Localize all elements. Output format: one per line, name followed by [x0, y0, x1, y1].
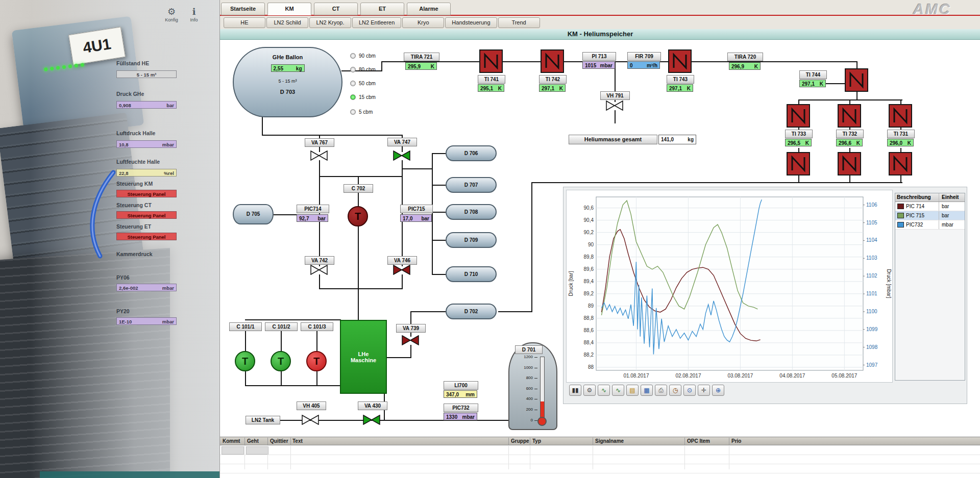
legend-header: Beschreibung Einheit [895, 193, 965, 202]
zoom-in-button[interactable]: ⊕ [712, 385, 724, 396]
legend-row-pic732[interactable]: PIC732mbar [895, 220, 965, 230]
volume-option-15-cbm[interactable]: 15 cbm [350, 94, 376, 100]
subtab-ln2-schild[interactable]: LN2 Schild [266, 17, 308, 28]
volume-option-90-cbm[interactable]: 90 cbm [350, 53, 376, 59]
alarm-cell[interactable] [246, 446, 268, 455]
hmi-main: StartseiteKMCTETAlarme HELN2 SchildLN2 K… [219, 0, 980, 478]
value-text: 297,1 [669, 85, 682, 91]
legend-row-pic-715[interactable]: PIC 715bar [895, 211, 965, 220]
info-button[interactable]: ℹ Info [184, 6, 204, 30]
valve-va767-icon[interactable] [310, 150, 328, 161]
svg-text:1098: 1098 [866, 344, 878, 350]
left-field-value-druck-ghe: 0,908bar [116, 101, 177, 109]
svg-text:89,6: 89,6 [584, 266, 594, 272]
legend-swatch [897, 204, 904, 209]
curve-config-2-button[interactable]: ∿ [612, 385, 624, 396]
valve-label-va767: VA 767 [305, 138, 334, 147]
column-divider [267, 446, 268, 469]
alarm-col-quittier: Quittier [270, 437, 288, 445]
svg-text:88: 88 [588, 364, 594, 370]
subtab-ln2-kryop[interactable]: LN2 Kryop. [309, 17, 351, 28]
valve-vh791-icon[interactable] [606, 100, 623, 111]
svg-text:1103: 1103 [866, 255, 877, 261]
compressor-c101-3[interactable]: T [306, 351, 327, 371]
info-label: Info [184, 17, 204, 22]
volume-option-5-cbm[interactable]: 5 cbm [350, 109, 373, 115]
pipe [316, 331, 317, 353]
compressor-c101-2[interactable]: T [271, 351, 291, 371]
valve-label-vh405: VH 405 [297, 401, 326, 410]
valve-va739-icon[interactable] [402, 335, 419, 345]
unit-text: K [908, 139, 911, 146]
pipe [262, 135, 403, 136]
instrument-value-pic732: 1330mbar [444, 413, 477, 420]
konfig-button[interactable]: ⚙ Konfig [161, 6, 182, 30]
legend-series-unit: bar [939, 211, 965, 220]
valve-vh405-icon[interactable] [302, 415, 319, 425]
left-field-label-druck-ghe: Druck GHe [116, 91, 218, 97]
volume-option-50-cbm[interactable]: 50 cbm [350, 81, 376, 86]
value-text: 295,1 [480, 85, 493, 91]
legend-row-pic-714[interactable]: PIC 714bar [895, 202, 965, 211]
save-button[interactable]: ▦ [641, 385, 653, 396]
compressor-label-c1011: C 101/1 [229, 322, 262, 331]
tab-ct[interactable]: CT [314, 3, 358, 15]
pause-button[interactable]: ▮▮ [569, 385, 581, 396]
unit-text: mbar [162, 318, 174, 324]
left-field-value-luftdruck-halle: 10,8mbar [116, 140, 177, 148]
pump-c702[interactable]: T [348, 206, 368, 227]
volume-option-80-cbm[interactable]: 80 cbm [350, 67, 376, 72]
tab-alarme[interactable]: Alarme [407, 3, 451, 15]
tab-et[interactable]: ET [360, 3, 404, 15]
unit-text: K [687, 85, 691, 91]
unit-text: m³/h [647, 62, 657, 68]
column-divider [508, 438, 509, 445]
curve-config-button[interactable]: ∿ [598, 385, 610, 396]
value-text: 1E-10 [119, 318, 132, 324]
subtab-handsteuerung[interactable]: Handsteuerung [445, 17, 497, 28]
instrument-value-ti742: 297,1K [539, 84, 566, 92]
pan-button[interactable]: ✛ [698, 385, 710, 396]
svg-text:90,2: 90,2 [584, 230, 594, 235]
value-text: 0 [630, 62, 633, 68]
print-button[interactable]: ⎙ [655, 385, 667, 396]
left-field-label-luftdruck-halle: Luftdruck Halle [116, 130, 218, 136]
unit-text: K [856, 139, 860, 146]
tab-startseite[interactable]: Startseite [221, 3, 265, 15]
legend-series-unit: mbar [939, 220, 965, 229]
instrument-value-pic715: 17,0bar [400, 214, 432, 222]
heat-exchanger-icon [845, 68, 868, 92]
trend-chart[interactable]: 01.08.201702.08.201703.08.201704.08.2017… [566, 190, 893, 383]
subtab-he[interactable]: HE [224, 17, 265, 28]
valve-va747-icon[interactable] [393, 150, 410, 161]
subtab-trend[interactable]: Trend [498, 17, 540, 28]
scale-value: 200 [517, 407, 533, 412]
column-divider [593, 446, 593, 469]
value-text: 297,1 [542, 85, 554, 91]
open-button[interactable]: ▤ [626, 385, 639, 396]
alarm-cell[interactable] [222, 446, 244, 455]
instrument-value-ti744: 297,1K [799, 80, 826, 87]
left-field-value-f-llstand-he: 5 - 15 m³ [116, 70, 177, 78]
svg-text:1102: 1102 [866, 273, 877, 279]
settings-button[interactable]: ⚙ [583, 385, 596, 396]
pipe [245, 371, 246, 386]
legend-header-beschreibung: Beschreibung [895, 193, 939, 202]
unit-text: %rel [164, 169, 174, 176]
value-text: 1015 [585, 62, 596, 68]
subtab-kryo[interactable]: Kryo [402, 17, 444, 28]
tab-km[interactable]: KM [267, 3, 311, 15]
alarm-table-header: KommtGehtQuittierTextGruppeTypSignalname… [220, 437, 980, 445]
time-range-button[interactable]: ◷ [669, 385, 681, 396]
valve-va430-icon[interactable] [363, 415, 380, 425]
compressor-label-c1012: C 101/2 [265, 322, 298, 331]
compressor-c101-1[interactable]: T [235, 351, 255, 371]
valve-va742-icon[interactable] [310, 265, 328, 275]
svg-text:89,4: 89,4 [584, 279, 594, 284]
subtab-ln2-entleeren[interactable]: LN2 Entleeren [352, 17, 401, 28]
column-divider [530, 446, 530, 469]
instrument-label-pic732: PIC732 [444, 404, 478, 412]
pipe [358, 288, 359, 320]
zoom-button[interactable]: ⊙ [683, 385, 696, 396]
valve-va746-icon[interactable] [393, 265, 410, 275]
